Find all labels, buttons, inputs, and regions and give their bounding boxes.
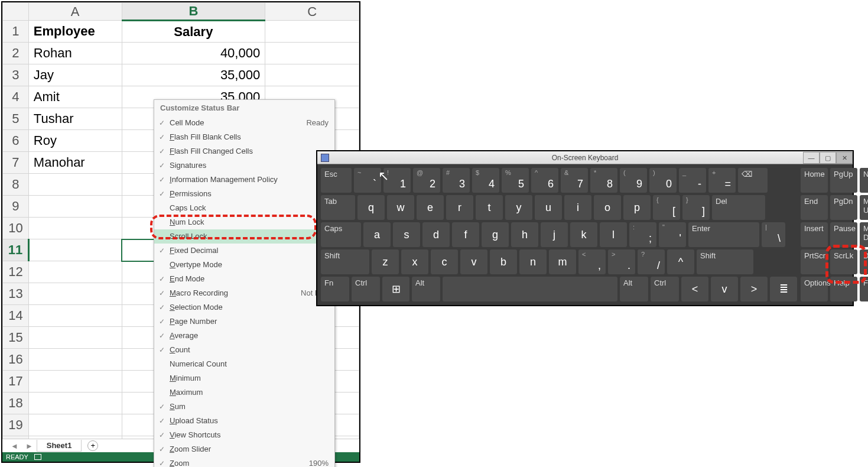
menu-item[interactable]: ✓Selection Mode: [154, 300, 334, 314]
cell-A9[interactable]: [28, 196, 122, 218]
sheet-tab[interactable]: Sheet1: [37, 440, 82, 452]
key-⊞[interactable]: ⊞: [382, 277, 409, 301]
cell-C1[interactable]: [265, 21, 359, 43]
menu-item[interactable]: Minimum: [154, 371, 334, 385]
cell-A7[interactable]: Manohar: [28, 152, 122, 174]
key-b[interactable]: b: [490, 249, 517, 274]
key-i[interactable]: i: [564, 195, 591, 220]
key-v[interactable]: v: [711, 277, 738, 301]
key-pgdn[interactable]: PgDn: [830, 195, 857, 220]
key-shift[interactable]: Shift: [321, 249, 369, 274]
row-header-19[interactable]: 19: [3, 414, 29, 436]
cell-A2[interactable]: Rohan: [28, 43, 122, 64]
row-header-1[interactable]: 1: [3, 21, 29, 43]
cell-B1[interactable]: Salary: [122, 21, 265, 43]
key-tab[interactable]: Tab: [321, 195, 355, 220]
key-.[interactable]: >.: [608, 249, 635, 274]
col-header-C[interactable]: C: [265, 3, 359, 21]
menu-item[interactable]: Scroll Lock: [154, 229, 334, 244]
cell-A13[interactable]: [28, 283, 122, 305]
row-header-10[interactable]: 10: [3, 218, 29, 239]
key-^[interactable]: ^: [667, 249, 694, 274]
key-c[interactable]: c: [431, 249, 458, 274]
menu-item[interactable]: ✓Permissions: [154, 187, 334, 201]
menu-item[interactable]: ✓Information Management Policy: [154, 173, 334, 187]
key-`[interactable]: ~`: [354, 168, 381, 193]
cell-A17[interactable]: [28, 371, 122, 393]
menu-item[interactable]: ✓Page Number: [154, 314, 334, 329]
cell-C3[interactable]: [265, 64, 359, 86]
key-scrlk[interactable]: ScrLk: [830, 249, 857, 274]
tab-prev-icon[interactable]: ◄: [11, 442, 18, 450]
key-z[interactable]: z: [372, 249, 399, 274]
menu-item[interactable]: ✓Flash Fill Changed Cells: [154, 144, 334, 158]
row-header-6[interactable]: 6: [3, 130, 29, 152]
menu-item[interactable]: Numerical Count: [154, 357, 334, 371]
key-shift[interactable]: Shift: [697, 249, 753, 274]
cell-B3[interactable]: 35,000: [122, 64, 265, 86]
key-<[interactable]: <: [681, 277, 708, 301]
key-m[interactable]: m: [549, 249, 576, 274]
row-header-16[interactable]: 16: [3, 349, 29, 371]
menu-item[interactable]: Caps Lock: [154, 201, 334, 215]
cell-A5[interactable]: Tushar: [28, 108, 122, 130]
key-3[interactable]: #3: [443, 168, 470, 193]
tab-next-icon[interactable]: ►: [25, 442, 33, 450]
key-v[interactable]: v: [460, 249, 487, 274]
row-header-12[interactable]: 12: [3, 261, 29, 283]
cell-A16[interactable]: [28, 349, 122, 371]
key-8[interactable]: *8: [590, 168, 617, 193]
key-del[interactable]: Del: [712, 195, 765, 220]
key-;[interactable]: :;: [629, 222, 656, 247]
key-,[interactable]: <,: [578, 249, 606, 274]
key-ctrl[interactable]: Ctrl: [651, 277, 679, 301]
key-nav[interactable]: Nav: [860, 168, 868, 193]
key-o[interactable]: o: [594, 195, 621, 220]
key-fn[interactable]: Fn: [321, 277, 349, 301]
menu-item[interactable]: ✓Signatures: [154, 158, 334, 173]
key-insert[interactable]: Insert: [801, 222, 828, 247]
key-s[interactable]: s: [393, 222, 420, 247]
menu-item[interactable]: Num Lock: [154, 215, 334, 229]
key-2[interactable]: @2: [413, 168, 440, 193]
key-n[interactable]: n: [519, 249, 547, 274]
cell-A4[interactable]: Amit: [28, 86, 122, 108]
key-options[interactable]: Options: [801, 277, 828, 301]
key-dock[interactable]: Dock: [860, 249, 868, 274]
key-9[interactable]: (9: [620, 168, 647, 193]
key-end[interactable]: End: [801, 195, 828, 220]
row-header-2[interactable]: 2: [3, 43, 29, 64]
cell-A8[interactable]: [28, 174, 122, 196]
menu-item[interactable]: ✓End Mode: [154, 272, 334, 286]
key-mvup[interactable]: Mv Up: [860, 195, 868, 220]
row-header-7[interactable]: 7: [3, 152, 29, 174]
key-⌫[interactable]: ⌫: [738, 168, 768, 193]
cell-A11[interactable]: [28, 239, 122, 261]
key-t[interactable]: t: [476, 195, 503, 220]
key-enter[interactable]: Enter: [688, 222, 759, 247]
key-0[interactable]: )0: [649, 168, 677, 193]
row-header-9[interactable]: 9: [3, 196, 29, 218]
menu-item[interactable]: ✓View Shortcuts: [154, 428, 334, 442]
key-≣[interactable]: ≣: [770, 277, 797, 301]
key-[[interactable]: {[: [653, 195, 680, 220]
cell-A18[interactable]: [28, 393, 122, 414]
select-all-corner[interactable]: [3, 3, 29, 21]
menu-item[interactable]: ✓Cell ModeReady: [154, 116, 334, 130]
key-y[interactable]: y: [505, 195, 532, 220]
maximize-button[interactable]: ▢: [820, 152, 836, 164]
key-help[interactable]: Help: [830, 277, 857, 301]
key-k[interactable]: k: [570, 222, 597, 247]
key-prtscn[interactable]: PrtScn: [801, 249, 828, 274]
key-\[interactable]: |\: [762, 222, 785, 247]
key-fade[interactable]: Fade: [860, 277, 868, 301]
key-caps[interactable]: Caps: [321, 222, 361, 247]
row-header-15[interactable]: 15: [3, 327, 29, 349]
cell-A3[interactable]: Jay: [28, 64, 122, 86]
cell-B2[interactable]: 40,000: [122, 43, 265, 64]
menu-item[interactable]: Overtype Mode: [154, 258, 334, 272]
osk-window[interactable]: On-Screen Keyboard — ▢ ✕ Esc~`!1@2#3$4%5…: [316, 150, 854, 306]
menu-item[interactable]: ✓Flash Fill Blank Cells: [154, 130, 334, 144]
row-header-14[interactable]: 14: [3, 305, 29, 327]
menu-item[interactable]: ✓Zoom190%: [154, 456, 334, 467]
